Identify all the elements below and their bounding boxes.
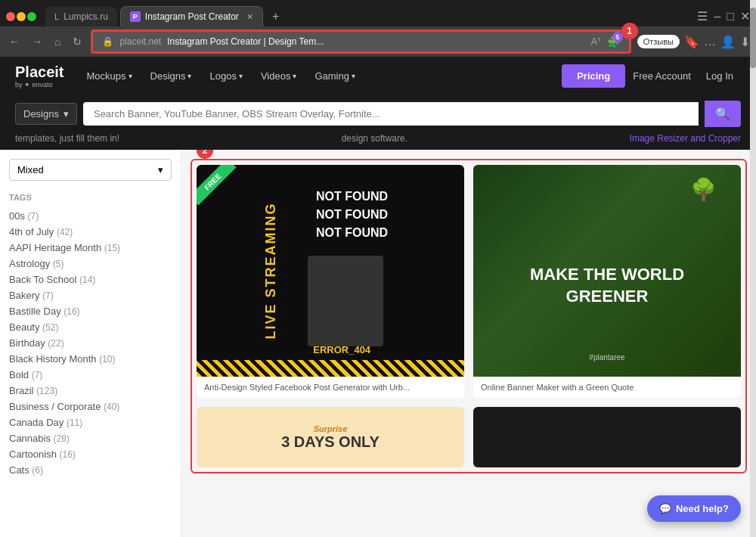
highlight-badge-2: 2: [197, 150, 213, 159]
scrollbar-thumb[interactable]: [750, 8, 756, 68]
more-icon[interactable]: …: [704, 35, 716, 48]
card2-main-text: MAKE THE WORLD GREENER: [473, 249, 741, 322]
tag-canada-day[interactable]: Canada Day (11): [9, 414, 172, 430]
profile-icon[interactable]: 👤: [720, 35, 736, 49]
nav-designs[interactable]: Designs ▾: [143, 66, 200, 86]
browser-minimize-icon[interactable]: –: [714, 10, 720, 23]
lock-icon: 🔒: [102, 36, 113, 47]
traffic-lights: [6, 12, 36, 21]
cards-grid-row2: Surprise 3 DAYS ONLY: [197, 407, 741, 467]
tag-bastille-day[interactable]: Bastille Day (16): [9, 303, 172, 319]
tab-placeit[interactable]: P Instagram Post Creator ✕: [120, 6, 263, 26]
address-protocol: placeit.net: [119, 36, 161, 47]
search-button[interactable]: 🔍: [705, 101, 741, 127]
browser-window: L Lumpics.ru P Instagram Post Creator ✕ …: [0, 0, 756, 57]
tag-aapi-heritage-month[interactable]: AAPI Heritage Month (15): [9, 240, 172, 256]
nav-right-icons: Отзывы 🔖 … 👤 ⬇: [637, 35, 750, 49]
tag-business-corporate[interactable]: Business / Corporate (40): [9, 399, 172, 414]
sub-banner-left: templates, just fill them in!: [15, 133, 119, 144]
free-badge: FREE: [197, 165, 236, 205]
close-dot[interactable]: [6, 12, 15, 21]
tab-lumpics[interactable]: L Lumpics.ru: [45, 7, 117, 26]
tag-cannabis[interactable]: Cannabis (28): [9, 430, 172, 446]
nav-bar: ← → ⌂ ↻ 🔒 placeit.net Instagram Post Cre…: [0, 26, 756, 57]
search-icon: 🔍: [715, 107, 730, 120]
tag-cartoonish[interactable]: Cartoonish (16): [9, 446, 172, 462]
bookmark-icon[interactable]: 🔖: [684, 35, 699, 49]
card-anti-design[interactable]: FREE LIVE STREAMING NOT FOUND NOT FOUND …: [197, 165, 464, 398]
card1-label: Anti-Design Styled Facebook Post Generat…: [197, 377, 464, 398]
nav-menu: Mockups ▾ Designs ▾ Logos ▾ Videos ▾ Gam…: [79, 66, 562, 86]
address-bar[interactable]: 🔒 placeit.net Instagram Post Creator | D…: [91, 29, 631, 54]
browser-menu-icon[interactable]: ☰: [697, 9, 708, 23]
tag-black-history-month[interactable]: Black History Month (10): [9, 351, 172, 367]
free-account-button[interactable]: Free Account: [625, 66, 699, 86]
tag-cats[interactable]: Cats (6): [9, 462, 172, 478]
tag-bold[interactable]: Bold (7): [9, 367, 172, 383]
forward-button[interactable]: →: [29, 33, 45, 51]
card1-not-found: NOT FOUND NOT FOUND NOT FOUND: [316, 188, 388, 242]
logo[interactable]: Placeit by ✦ envato: [15, 64, 64, 88]
nav-logos[interactable]: Logos ▾: [202, 66, 249, 86]
tags-heading: Tags: [9, 193, 172, 202]
search-category-dropdown[interactable]: Designs ▾: [15, 103, 77, 125]
refresh-button[interactable]: ↻: [70, 33, 85, 51]
address-badge-wrapper: 🧩 5: [607, 35, 620, 48]
cards-grid: FREE LIVE STREAMING NOT FOUND NOT FOUND …: [197, 165, 741, 398]
tag-beauty[interactable]: Beauty (52): [9, 319, 172, 335]
card2-tree-icon: 🌳: [690, 177, 717, 202]
scrollbar-track[interactable]: [750, 0, 756, 537]
maximize-dot[interactable]: [27, 12, 36, 21]
tab-close-icon[interactable]: ✕: [246, 12, 253, 22]
need-help-button[interactable]: 💬 Need help?: [647, 495, 741, 522]
videos-arrow-icon: ▾: [293, 72, 296, 80]
download-icon[interactable]: ⬇: [740, 35, 750, 49]
tag-4th-of-july[interactable]: 4th of July (42): [9, 224, 172, 240]
new-tab-button[interactable]: +: [266, 7, 285, 26]
pricing-button[interactable]: Pricing: [562, 64, 625, 88]
content-area: 2 FREE LIVE STREAMING NOT FOUND: [181, 150, 756, 537]
login-button[interactable]: Log In: [699, 66, 741, 86]
home-button[interactable]: ⌂: [51, 33, 64, 51]
card1-image: FREE LIVE STREAMING NOT FOUND NOT FOUND …: [197, 165, 464, 377]
feedback-button[interactable]: Отзывы: [637, 35, 680, 48]
translate-icon[interactable]: Aᵀ: [591, 36, 601, 47]
chat-icon: 💬: [659, 503, 671, 514]
tag-bakery[interactable]: Bakery (7): [9, 287, 172, 303]
site-content: Placeit by ✦ envato Mockups ▾ Designs ▾ …: [0, 57, 756, 537]
nav-videos[interactable]: Videos ▾: [253, 66, 305, 86]
tag-astrology[interactable]: Astrology (5): [9, 256, 172, 272]
nav-mockups[interactable]: Mockups ▾: [79, 66, 139, 86]
logos-arrow-icon: ▾: [239, 72, 243, 80]
sub-banner: templates, just fill them in! design sof…: [0, 133, 756, 150]
tag-birthday[interactable]: Birthday (22): [9, 335, 172, 351]
main-content: Mixed ▾ Tags 00s (7) 4th of July (42) AA…: [0, 150, 756, 537]
sort-dropdown[interactable]: Mixed ▾: [9, 159, 172, 181]
tag-00s[interactable]: 00s (7): [9, 208, 172, 224]
sidebar: Mixed ▾ Tags 00s (7) 4th of July (42) AA…: [0, 150, 181, 537]
dropdown-arrow-icon: ▾: [64, 108, 69, 120]
card-green-world[interactable]: 🌳 MAKE THE WORLD GREENER #plantaree Onli…: [473, 165, 741, 398]
card2-label: Online Banner Maker with a Green Quote: [473, 377, 741, 398]
search-input[interactable]: [83, 102, 699, 126]
image-resizer-link[interactable]: Image Resizer and Cropper: [630, 133, 741, 144]
minimize-dot[interactable]: [17, 12, 26, 21]
search-section: Designs ▾ 🔍: [0, 95, 756, 133]
nav-gaming[interactable]: Gaming ▾: [307, 66, 363, 86]
sub-banner-center: design software.: [342, 133, 407, 144]
card1-person-figure: [308, 256, 383, 346]
tag-back-to-school[interactable]: Back To School (14): [9, 272, 172, 287]
card4-image: [473, 407, 741, 467]
card-dark[interactable]: [473, 407, 741, 467]
card1-stripes: [197, 360, 464, 377]
gaming-arrow-icon: ▾: [352, 72, 355, 80]
address-title: Instagram Post Creator | Design Tem...: [167, 36, 585, 47]
tab-bar: L Lumpics.ru P Instagram Post Creator ✕ …: [0, 0, 756, 26]
card-surprise[interactable]: Surprise 3 DAYS ONLY: [197, 407, 464, 467]
card2-hashtag: #plantaree: [589, 353, 624, 362]
tag-brazil[interactable]: Brazil (123): [9, 383, 172, 399]
browser-close-icon[interactable]: ✕: [740, 9, 750, 23]
back-button[interactable]: ←: [6, 33, 23, 51]
browser-maximize-icon[interactable]: □: [727, 10, 734, 23]
tab-label-placeit: Instagram Post Creator: [145, 11, 239, 22]
